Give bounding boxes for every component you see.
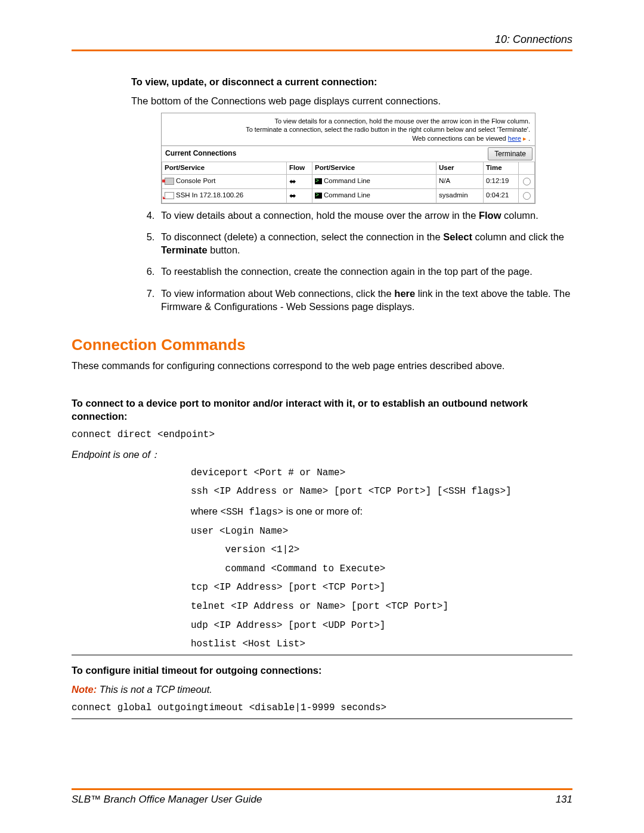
cmd-outgoing-timeout: connect global outgoingtimeout <disable|… (72, 702, 572, 715)
command-line-icon (315, 193, 322, 199)
flow-arrow-icon[interactable]: ⬌ (287, 188, 312, 203)
ssh-flags-code: <SSH flags> (221, 507, 284, 518)
note-text: This is not a TCP timeout. (97, 684, 212, 695)
endpoint-tcp: tcp <IP Address> [port <TCP Port>] (191, 581, 572, 594)
chevron-right-icon: ▸ (521, 135, 527, 142)
cell-ps1: Console Port (176, 177, 215, 184)
section-heading: To view, update, or disconnect a current… (131, 75, 572, 88)
step-6: To reestablish the connection, create th… (157, 265, 572, 278)
ssh-flags-where-a: where (191, 506, 221, 516)
step-4: To view details about a connection, hold… (157, 209, 572, 222)
console-port-icon (165, 178, 174, 185)
col-port-service-2: Port/Service (312, 162, 436, 175)
col-flow: Flow (287, 162, 312, 175)
table-row: Console Port ⬌ Command Line N/A 0:12:19 (162, 174, 535, 188)
terminate-button[interactable]: Terminate (488, 147, 532, 160)
endpoint-deviceport: deviceport <Port # or Name> (191, 467, 572, 480)
screenshot-tip-3b: . (527, 135, 530, 142)
select-radio[interactable] (523, 192, 531, 200)
endpoint-hostlist: hostlist <Host List> (191, 638, 572, 651)
col-select (519, 162, 535, 175)
col-time: Time (484, 162, 519, 175)
connections-screenshot: To view details for a connection, hold t… (161, 113, 535, 204)
screenshot-tip-3a: Web connections can be viewed (412, 135, 508, 142)
endpoint-label: Endpoint is one of： (72, 448, 572, 461)
endpoint-user: user <Login Name> (191, 525, 572, 538)
web-connections-link[interactable]: here (508, 135, 521, 142)
command-line-icon (315, 178, 322, 184)
cell-ps1: SSH In 172.18.100.26 (176, 191, 243, 199)
header-rule (72, 49, 572, 51)
step-7: To view information about Web connection… (157, 287, 572, 314)
cell-ps2: Command Line (324, 191, 370, 199)
endpoint-telnet: telnet <IP Address or Name> [port <TCP P… (191, 600, 572, 614)
screenshot-tip-1: To view details for a connection, hold t… (166, 117, 530, 126)
commands-intro: These commands for configuring connectio… (72, 359, 572, 372)
chapter-label: 10: Connections (72, 33, 572, 46)
cell-user: sysadmin (436, 188, 484, 203)
current-connections-label: Current Connections (162, 146, 485, 162)
connection-commands-heading: Connection Commands (72, 335, 572, 355)
ssh-in-icon (165, 192, 174, 199)
screenshot-tip-2: To terminate a connection, select the ra… (166, 125, 530, 134)
cmd-connect-direct: connect direct <endpoint> (72, 429, 572, 442)
table-row: SSH In 172.18.100.26 ⬌ Command Line sysa… (162, 188, 535, 203)
endpoint-command: command <Command to Execute> (191, 563, 572, 576)
note-label: Note: (72, 684, 97, 695)
timeout-heading: To configure initial timeout for outgoin… (72, 664, 572, 677)
ssh-flags-where-c: is one or more of: (283, 506, 363, 516)
footer-guide-title: SLB™ Branch Office Manager User Guide (72, 794, 262, 806)
divider (72, 719, 572, 719)
endpoint-udp: udp <IP Address> [port <UDP Port>] (191, 620, 572, 633)
page-footer: SLB™ Branch Office Manager User Guide 13… (72, 788, 572, 806)
step-5: To disconnect (delete) a connection, sel… (157, 230, 572, 257)
col-port-service-1: Port/Service (162, 162, 287, 175)
cell-user: N/A (436, 174, 484, 188)
section-intro: The bottom of the Connections web page d… (131, 94, 572, 107)
endpoint-ssh: ssh <IP Address or Name> [port <TCP Port… (191, 485, 572, 498)
flow-arrow-icon[interactable]: ⬌ (287, 174, 312, 188)
select-radio[interactable] (523, 178, 531, 185)
endpoint-version: version <1|2> (191, 544, 572, 557)
instruction-list: To view details about a connection, hold… (131, 209, 572, 314)
col-user: User (436, 162, 484, 175)
connect-heading: To connect to a device port to monitor a… (72, 397, 572, 423)
cell-time: 0:12:19 (484, 174, 519, 188)
connections-table: Port/Service Flow Port/Service User Time… (162, 162, 535, 203)
cell-time: 0:04:21 (484, 188, 519, 203)
divider (72, 655, 572, 655)
footer-page-number: 131 (556, 794, 572, 806)
cell-ps2: Command Line (324, 177, 370, 184)
